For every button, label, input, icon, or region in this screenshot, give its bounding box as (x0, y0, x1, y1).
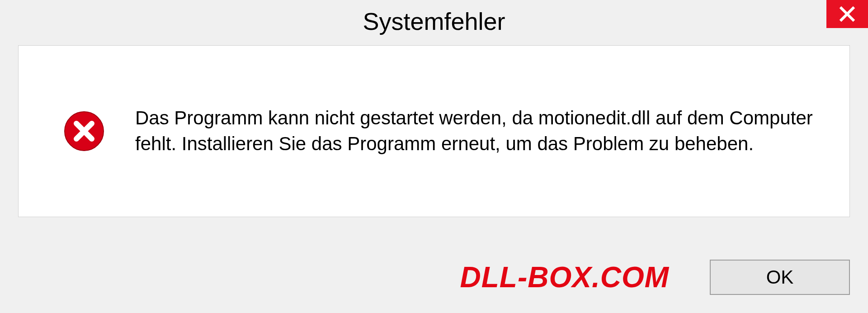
close-icon (840, 6, 855, 22)
close-button[interactable] (826, 0, 868, 28)
titlebar: Systemfehler (0, 0, 868, 43)
error-icon (64, 111, 104, 152)
error-message: Das Programm kann nicht gestartet werden… (135, 105, 822, 156)
message-panel: Das Programm kann nicht gestartet werden… (18, 45, 850, 217)
watermark-text: DLL-BOX.COM (460, 261, 670, 294)
ok-button[interactable]: OK (710, 260, 850, 295)
dialog-footer: DLL-BOX.COM OK (0, 260, 868, 295)
ok-button-label: OK (766, 266, 794, 288)
dialog-title: Systemfehler (363, 7, 505, 35)
